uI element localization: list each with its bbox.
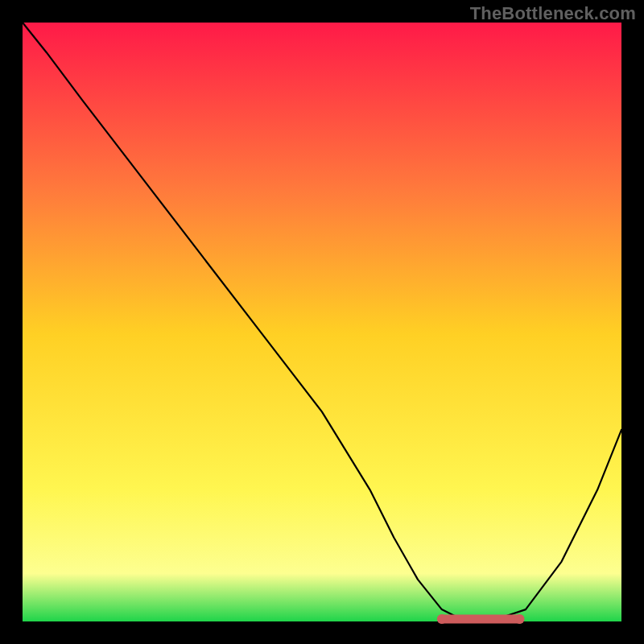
optimal-range-start	[437, 614, 447, 624]
attribution-text: TheBottleneck.com	[470, 3, 636, 24]
optimal-range-end	[515, 614, 525, 624]
plot-background	[23, 23, 621, 621]
plot-area	[0, 0, 644, 644]
bottleneck-chart	[0, 0, 644, 644]
chart-container: TheBottleneck.com	[0, 0, 644, 644]
